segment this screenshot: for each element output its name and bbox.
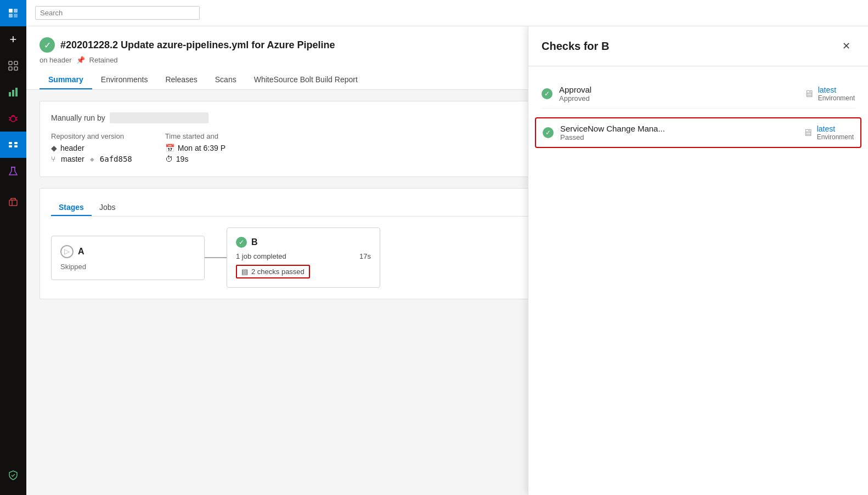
stage-b-success-icon: ✓ xyxy=(236,237,247,248)
sidebar-item-board[interactable] xyxy=(0,53,26,79)
check-servicenow-info: ServiceNow Change Mana... Passed xyxy=(560,124,665,141)
clock-icon: ⏱ xyxy=(165,155,173,163)
svg-rect-21 xyxy=(9,200,17,206)
svg-rect-0 xyxy=(9,9,13,13)
check-servicenow-name: ServiceNow Change Mana... xyxy=(560,124,665,133)
sidebar: + xyxy=(0,0,26,495)
svg-line-14 xyxy=(9,120,10,120)
svg-rect-9 xyxy=(12,90,14,96)
calendar-icon: 📅 xyxy=(165,144,174,152)
stage-connector xyxy=(205,257,227,258)
check-servicenow-row: ✓ ServiceNow Change Mana... Passed 🖥 lat… xyxy=(535,117,861,148)
check-servicenow-success-icon: ✓ xyxy=(543,127,554,138)
run-title: #20201228.2 Update azure-pipelines.yml f… xyxy=(60,39,335,51)
sidebar-item-package[interactable] xyxy=(0,189,26,215)
svg-rect-17 xyxy=(14,142,18,144)
check-approval-right: 🖥 latest Environment xyxy=(804,86,855,102)
checks-panel: Checks for B ✕ ✓ Approval Approved 🖥 lat… xyxy=(528,26,868,495)
tab-releases[interactable]: Releases xyxy=(156,71,206,89)
run-success-icon: ✓ xyxy=(40,37,55,53)
time-label: Time started and xyxy=(165,132,226,140)
svg-rect-6 xyxy=(9,67,12,70)
panel-header: Checks for B ✕ xyxy=(528,26,868,66)
search-input[interactable] xyxy=(35,6,200,20)
manually-run-value xyxy=(110,112,208,123)
tab-whitesource[interactable]: WhiteSource Bolt Build Report xyxy=(245,71,367,89)
diamond-small-icon: ◆ xyxy=(90,156,94,162)
check-servicenow-env-icon: 🖥 xyxy=(803,127,813,139)
sidebar-item-bug[interactable] xyxy=(0,105,26,132)
checks-passed-label: 2 checks passed xyxy=(251,268,305,276)
svg-rect-1 xyxy=(14,9,18,13)
svg-point-11 xyxy=(10,116,16,122)
svg-line-13 xyxy=(16,117,18,118)
repo-name-row: header xyxy=(51,144,132,152)
check-approval-link[interactable]: latest xyxy=(818,86,855,94)
time-value: Mon at 6:39 P xyxy=(178,144,226,152)
commit-value: 6afd858 xyxy=(100,155,132,163)
branch-icon: ⑂ xyxy=(51,155,55,163)
sidebar-item-flask[interactable] xyxy=(0,158,26,184)
panel-title: Checks for B xyxy=(542,40,609,53)
branch-value: master xyxy=(61,155,84,163)
svg-line-12 xyxy=(9,117,10,118)
svg-rect-18 xyxy=(9,145,12,147)
stage-b-jobs: 1 job completed 17s xyxy=(236,252,371,260)
svg-line-15 xyxy=(16,120,18,120)
check-servicenow-right: 🖥 latest Environment xyxy=(803,124,854,141)
content-area: ✓ #20201228.2 Update azure-pipelines.yml… xyxy=(26,26,868,495)
svg-rect-16 xyxy=(9,142,12,144)
duration-value: 19s xyxy=(176,155,189,163)
svg-rect-10 xyxy=(15,88,18,96)
check-approval-env-icon: 🖥 xyxy=(804,88,814,100)
sidebar-logo[interactable] xyxy=(0,0,26,26)
stage-tab-jobs[interactable]: Jobs xyxy=(92,200,123,216)
sidebar-item-chart[interactable] xyxy=(0,79,26,105)
check-approval-row: ✓ Approval Approved 🖥 latest Environment xyxy=(542,79,855,109)
check-servicenow-link-col: latest Environment xyxy=(817,124,854,141)
topbar xyxy=(26,0,868,26)
repo-label: Repository and version xyxy=(51,132,132,140)
svg-rect-7 xyxy=(14,67,18,70)
stage-tab-stages[interactable]: Stages xyxy=(51,200,92,216)
stage-a-status: Skipped xyxy=(60,263,195,271)
repo-name-value: header xyxy=(60,144,84,152)
checks-icon: ▤ xyxy=(241,268,248,276)
diamond-icon xyxy=(51,144,57,152)
check-servicenow-link-sub: Environment xyxy=(817,133,854,141)
stage-b-box[interactable]: ✓ B 1 job completed 17s ▤ 2 checks passe… xyxy=(227,227,380,288)
tab-summary[interactable]: Summary xyxy=(40,71,92,89)
check-approval-status: Approved xyxy=(559,94,591,103)
check-servicenow-status: Passed xyxy=(560,133,665,141)
on-header-label: on header xyxy=(40,56,72,64)
time-section: Time started and 📅 Mon at 6:39 P ⏱ 19s xyxy=(165,132,226,166)
checks-passed-button[interactable]: ▤ 2 checks passed xyxy=(236,265,310,278)
svg-rect-19 xyxy=(14,145,18,147)
check-approval-success-icon: ✓ xyxy=(542,88,553,99)
duration-row: ⏱ 19s xyxy=(165,155,226,163)
check-approval-link-sub: Environment xyxy=(818,94,855,102)
check-servicenow-link[interactable]: latest xyxy=(817,124,854,133)
main-content: ✓ #20201228.2 Update azure-pipelines.yml… xyxy=(26,0,868,495)
sidebar-item-shield[interactable] xyxy=(0,462,26,488)
repo-section: Repository and version header ⑂ master ◆… xyxy=(51,132,132,166)
check-approval-info: Approval Approved xyxy=(559,85,591,103)
panel-close-button[interactable]: ✕ xyxy=(837,37,855,55)
stage-b-jobs-text: 1 job completed xyxy=(236,252,286,260)
time-value-row: 📅 Mon at 6:39 P xyxy=(165,144,226,152)
branch-commit-row: ⑂ master ◆ 6afd858 xyxy=(51,155,132,163)
stage-b-duration: 17s xyxy=(359,252,371,260)
stage-a-box[interactable]: ▷ A Skipped xyxy=(51,236,205,280)
sidebar-item-add[interactable]: + xyxy=(0,26,26,53)
check-approval-link-col: latest Environment xyxy=(818,86,855,102)
pin-icon: 📌 xyxy=(76,56,85,64)
retained-label: Retained xyxy=(89,56,118,64)
stage-a-skip-icon: ▷ xyxy=(60,245,74,258)
tab-scans[interactable]: Scans xyxy=(206,71,245,89)
tab-environments[interactable]: Environments xyxy=(92,71,157,89)
sidebar-item-pipelines[interactable] xyxy=(0,132,26,158)
stage-b-header: ✓ B xyxy=(236,237,371,248)
svg-rect-4 xyxy=(9,61,12,65)
svg-rect-8 xyxy=(9,92,11,96)
svg-rect-3 xyxy=(14,14,18,18)
